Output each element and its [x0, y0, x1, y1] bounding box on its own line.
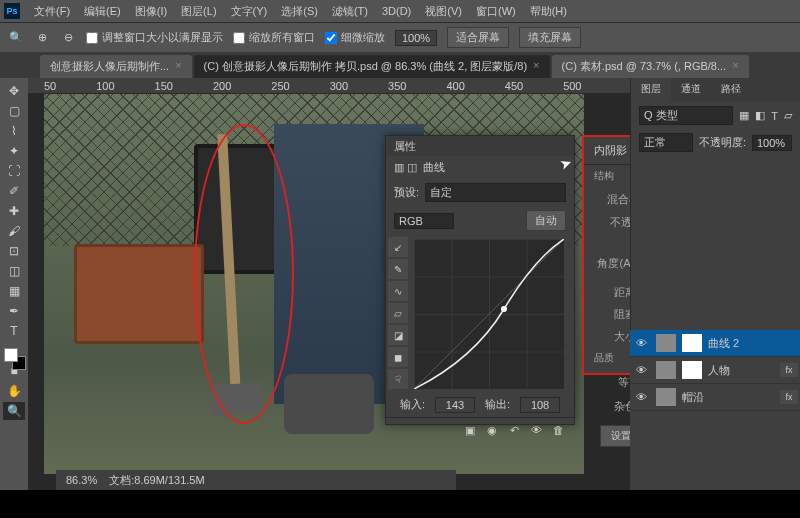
options-bar: 🔍 ⊕ ⊖ 调整窗口大小以满屏显示 缩放所有窗口 细微缩放 100% 适合屏幕 … [0, 22, 800, 52]
right-dock: 图层 通道 路径 Q 类型▦◧T▱ 正常不透明度:100% 👁 曲线 2 👁 人… [630, 78, 800, 490]
paths-tab[interactable]: 路径 [711, 78, 751, 102]
eyedropper-tool[interactable]: ✐ [3, 182, 25, 200]
layer-row[interactable]: 👁 人物 fx [630, 357, 800, 384]
zoom-level[interactable]: 86.3% [66, 474, 97, 486]
visibility-icon[interactable]: 👁 [528, 422, 544, 438]
curve-pencil-tool[interactable]: ✎ [388, 259, 408, 279]
panel-title: 属性 [394, 139, 416, 154]
doc-tab-2[interactable]: (C) 创意摄影人像后期制作 拷贝.psd @ 86.3% (曲线 2, 图层蒙… [194, 55, 550, 78]
mask-thumb[interactable] [682, 334, 702, 352]
sample-white-tool[interactable]: ▱ [388, 303, 408, 323]
color-swatches[interactable] [4, 348, 26, 370]
resize-window-checkbox[interactable]: 调整窗口大小以满屏显示 [86, 30, 223, 45]
clip-icon[interactable]: ▣ [462, 422, 478, 438]
filter-icon[interactable]: ▱ [784, 109, 792, 122]
document-tabs: 创意摄影人像后期制作...× (C) 创意摄影人像后期制作 拷贝.psd @ 8… [0, 52, 800, 78]
gradient-tool[interactable]: ▦ [3, 282, 25, 300]
layers-list: 👁 曲线 2 👁 人物 fx 👁 帽沿 fx [630, 330, 800, 490]
menu-image[interactable]: 图像(I) [129, 2, 173, 21]
pen-tool[interactable]: ✒ [3, 302, 25, 320]
layer-thumb[interactable] [656, 361, 676, 379]
heal-tool[interactable]: ✚ [3, 202, 25, 220]
channels-tab[interactable]: 通道 [671, 78, 711, 102]
crop-tool[interactable]: ⛶ [3, 162, 25, 180]
filter-icon[interactable]: ▦ [739, 109, 749, 122]
visibility-icon[interactable]: 👁 [636, 364, 650, 376]
doc-tab-3[interactable]: (C) 素材.psd @ 73.7% (, RGB/8...× [552, 55, 749, 78]
filter-icon[interactable]: T [771, 110, 778, 122]
sample-gray-tool[interactable]: ◪ [388, 325, 408, 345]
layer-name[interactable]: 帽沿 [682, 390, 704, 405]
channel-dropdown[interactable]: RGB [394, 213, 454, 229]
blend-mode-dropdown[interactable]: 正常 [639, 133, 693, 152]
fx-badge[interactable]: fx [780, 390, 798, 404]
doc-tab-1[interactable]: 创意摄影人像后期制作...× [40, 55, 192, 78]
hand-tool[interactable]: ✋ [3, 382, 25, 400]
properties-panel: 属性 ▥ ◫曲线 预设:自定 RGB自动 ↙ ✎ ∿ ▱ ◪ ◼ ☟ 输入:14… [385, 135, 575, 425]
type-tool[interactable]: T [3, 322, 25, 340]
curves-icon: ▥ ◫ [394, 161, 417, 174]
curve-point-tool[interactable]: ↙ [388, 237, 408, 257]
fill-screen-button[interactable]: 填充屏幕 [519, 27, 581, 48]
scrubby-zoom-checkbox[interactable]: 细微缩放 [325, 30, 385, 45]
curve-smooth-tool[interactable]: ∿ [388, 281, 408, 301]
fit-screen-button[interactable]: 适合屏幕 [447, 27, 509, 48]
menubar: Ps 文件(F) 编辑(E) 图像(I) 图层(L) 文字(Y) 选择(S) 滤… [0, 0, 800, 22]
curve-hand-tool[interactable]: ☟ [388, 369, 408, 389]
close-icon[interactable]: × [732, 59, 738, 74]
brush-tool[interactable]: 🖌 [3, 222, 25, 240]
menu-window[interactable]: 窗口(W) [470, 2, 522, 21]
menu-file[interactable]: 文件(F) [28, 2, 76, 21]
layer-name[interactable]: 曲线 2 [708, 336, 739, 351]
svg-point-2 [501, 306, 507, 312]
visibility-icon[interactable]: 👁 [636, 337, 650, 349]
curve-input[interactable]: 143 [435, 397, 475, 413]
close-icon[interactable]: × [175, 59, 181, 74]
curve-output[interactable]: 108 [520, 397, 560, 413]
annotation-oval [194, 124, 294, 424]
menu-filter[interactable]: 滤镜(T) [326, 2, 374, 21]
menu-edit[interactable]: 编辑(E) [78, 2, 127, 21]
reset-icon[interactable]: ↶ [506, 422, 522, 438]
menu-view[interactable]: 视图(V) [419, 2, 468, 21]
trash-icon[interactable]: 🗑 [550, 422, 566, 438]
zoom-in-icon[interactable]: ⊕ [34, 30, 50, 46]
layers-tab[interactable]: 图层 [631, 78, 671, 102]
layer-thumb[interactable] [656, 334, 676, 352]
toolbar: ✥ ▢ ⌇ ✦ ⛶ ✐ ✚ 🖌 ⊡ ◫ ▦ ✒ T ↖ ■ ✋ 🔍 [0, 78, 28, 490]
move-tool[interactable]: ✥ [3, 82, 25, 100]
mask-thumb[interactable] [682, 361, 702, 379]
layer-thumb[interactable] [656, 388, 676, 406]
filter-icon[interactable]: ◧ [755, 109, 765, 122]
close-icon[interactable]: × [533, 59, 539, 74]
status-bar: 86.3% 文档:8.69M/131.5M [56, 470, 456, 490]
zoom-tool[interactable]: 🔍 [3, 402, 25, 420]
sample-black-tool[interactable]: ◼ [388, 347, 408, 367]
curves-graph[interactable] [414, 239, 564, 389]
layer-filter-dropdown[interactable]: Q 类型 [639, 106, 733, 125]
stamp-tool[interactable]: ⊡ [3, 242, 25, 260]
lasso-tool[interactable]: ⌇ [3, 122, 25, 140]
layer-row[interactable]: 👁 曲线 2 [630, 330, 800, 357]
wand-tool[interactable]: ✦ [3, 142, 25, 160]
menu-help[interactable]: 帮助(H) [524, 2, 573, 21]
menu-select[interactable]: 选择(S) [275, 2, 324, 21]
menu-3d[interactable]: 3D(D) [376, 3, 417, 19]
zoom-out-icon[interactable]: ⊖ [60, 30, 76, 46]
auto-button[interactable]: 自动 [526, 210, 566, 231]
preset-dropdown[interactable]: 自定 [425, 183, 566, 202]
layer-opacity-input[interactable]: 100% [752, 135, 792, 151]
fx-badge[interactable]: fx [780, 363, 798, 377]
app-logo: Ps [4, 3, 20, 19]
menu-layer[interactable]: 图层(L) [175, 2, 222, 21]
marquee-tool[interactable]: ▢ [3, 102, 25, 120]
view-icon[interactable]: ◉ [484, 422, 500, 438]
zoom-all-checkbox[interactable]: 缩放所有窗口 [233, 30, 315, 45]
eraser-tool[interactable]: ◫ [3, 262, 25, 280]
zoom-100-button[interactable]: 100% [395, 30, 437, 46]
visibility-icon[interactable]: 👁 [636, 391, 650, 403]
layer-name[interactable]: 人物 [708, 363, 730, 378]
layer-row[interactable]: 👁 帽沿 fx [630, 384, 800, 411]
menu-type[interactable]: 文字(Y) [225, 2, 274, 21]
zoom-tool-icon[interactable]: 🔍 [8, 30, 24, 46]
